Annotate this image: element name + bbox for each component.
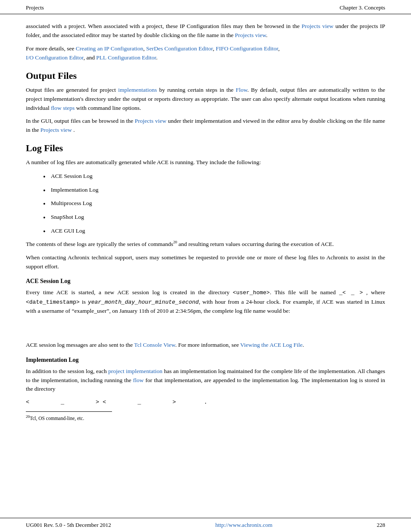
list-item: Implementation Log	[43, 185, 385, 195]
log-filename-placeholder	[26, 320, 385, 341]
log-files-title: Log Files	[26, 143, 385, 154]
file-pattern-token: _< _ >	[339, 289, 363, 296]
page-header: Projects Chapter 3. Concepts	[0, 0, 411, 14]
page-footer: UG001 Rev. 5.0 - 5th December 2012 http:…	[0, 518, 411, 532]
list-item: ACE GUI Log	[43, 226, 385, 236]
year-month-token: year_month_day_hour_minute_second	[88, 299, 199, 305]
implementation-log-title: Implementation Log	[26, 357, 385, 364]
impl-log-dir-pattern: < _ > < _ > .	[26, 398, 385, 407]
fifo-link[interactable]: FIFO Configuration Editor	[216, 45, 278, 52]
pll-link[interactable]: PLL Configuration Editor	[96, 54, 156, 61]
flow-steps-link[interactable]: flow steps	[51, 105, 75, 111]
output-files-para1: Output files are generated for project i…	[26, 86, 385, 113]
footer-left: UG001 Rev. 5.0 - 5th December 2012	[26, 522, 111, 529]
implementation-log-para1: In addition to the session log, each pro…	[26, 367, 385, 394]
creating-ip-link[interactable]: Creating an IP Configuration	[76, 45, 143, 52]
projects-view-link-4[interactable]: Projects view	[40, 127, 72, 133]
project-impl-link[interactable]: project implementation	[108, 368, 162, 374]
log-support-para: When contacting Achronix technical suppo…	[26, 253, 385, 271]
header-right: Chapter 3. Concepts	[339, 4, 385, 11]
ace-session-log-para1: Every time ACE is started, a new ACE ses…	[26, 288, 385, 315]
footnote-20: 20Tcl, OS command-line, etc.	[26, 414, 112, 422]
intro-para-2: For more details, see Creating an IP Con…	[26, 44, 385, 62]
flow-link[interactable]: Flow	[236, 87, 247, 93]
user-home-token: <user_home>	[233, 289, 270, 296]
page-content: associated with a project. When associat…	[0, 14, 411, 518]
log-files-list: ACE Session Log Implementation Log Multi…	[43, 171, 385, 235]
footnote-area: 20Tcl, OS command-line, etc.	[26, 411, 112, 422]
viewing-ace-log-link[interactable]: Viewing the ACE Log File	[240, 342, 303, 348]
footnote-ref-20: 20	[173, 240, 177, 244]
io-link[interactable]: I/O Configuration Editor	[26, 54, 84, 61]
log-commands-para: The contents of these logs are typically…	[26, 240, 385, 249]
log-files-intro: A number of log files are automatically …	[26, 158, 385, 167]
list-item: ACE Session Log	[43, 171, 385, 181]
output-files-title: Output Files	[26, 70, 385, 81]
implementations-link[interactable]: implementations	[118, 87, 157, 93]
serdes-link[interactable]: SerDes Configuration Editor	[146, 45, 213, 52]
output-files-para2: In the GUI, output files can be browsed …	[26, 117, 385, 135]
page-number: 228	[377, 522, 385, 529]
flow-link-2[interactable]: flow	[133, 377, 144, 383]
header-left: Projects	[26, 4, 44, 11]
intro-para-1: associated with a project. When associat…	[26, 22, 385, 40]
projects-view-link-2[interactable]: Projects view	[235, 32, 266, 38]
list-item: SnapShot Log	[43, 212, 385, 222]
projects-view-link-3[interactable]: Projects view	[135, 118, 166, 124]
footer-link[interactable]: http://www.achronix.com	[215, 522, 273, 529]
date-timestamp-token: <date_timestamp>	[26, 299, 80, 305]
page: Projects Chapter 3. Concepts associated …	[0, 0, 411, 532]
tcl-console-view-link[interactable]: Tcl Console View	[134, 342, 175, 348]
footnote-num-20: 20	[26, 414, 30, 419]
projects-view-link-1[interactable]: Projects view	[302, 23, 333, 29]
ace-session-log-title: ACE Session Log	[26, 278, 385, 285]
tcl-console-para: ACE session log messages are also sent t…	[26, 341, 385, 350]
list-item: Multiprocess Log	[43, 199, 385, 208]
